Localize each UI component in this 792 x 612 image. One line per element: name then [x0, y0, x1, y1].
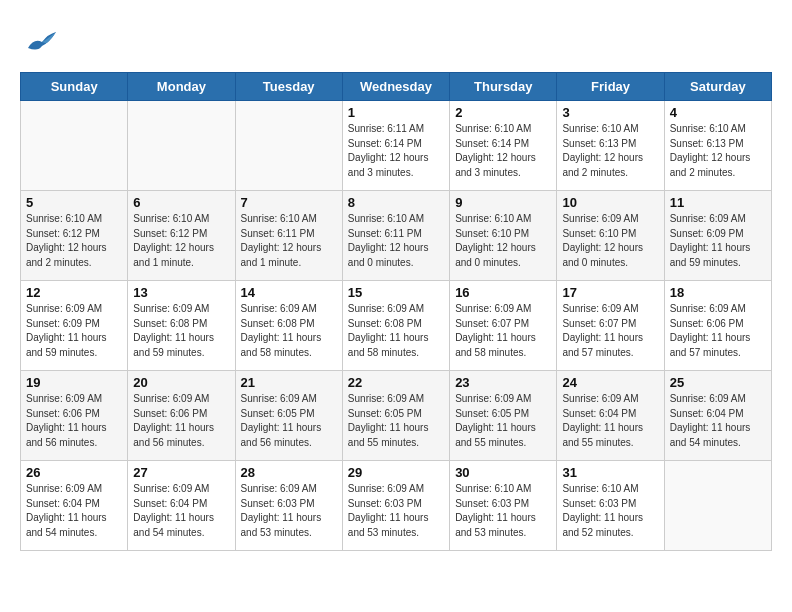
- day-number: 4: [670, 105, 766, 120]
- day-number: 25: [670, 375, 766, 390]
- calendar-cell: 17Sunrise: 6:09 AM Sunset: 6:07 PM Dayli…: [557, 281, 664, 371]
- calendar-table: SundayMondayTuesdayWednesdayThursdayFrid…: [20, 72, 772, 551]
- day-info: Sunrise: 6:09 AM Sunset: 6:08 PM Dayligh…: [241, 302, 337, 360]
- logo: [20, 20, 66, 62]
- weekday-header-wednesday: Wednesday: [342, 73, 449, 101]
- day-info: Sunrise: 6:09 AM Sunset: 6:10 PM Dayligh…: [562, 212, 658, 270]
- day-number: 29: [348, 465, 444, 480]
- day-info: Sunrise: 6:09 AM Sunset: 6:05 PM Dayligh…: [348, 392, 444, 450]
- day-number: 20: [133, 375, 229, 390]
- day-number: 27: [133, 465, 229, 480]
- day-number: 3: [562, 105, 658, 120]
- day-info: Sunrise: 6:09 AM Sunset: 6:06 PM Dayligh…: [670, 302, 766, 360]
- weekday-header-saturday: Saturday: [664, 73, 771, 101]
- day-number: 5: [26, 195, 122, 210]
- calendar-cell: 19Sunrise: 6:09 AM Sunset: 6:06 PM Dayli…: [21, 371, 128, 461]
- day-info: Sunrise: 6:10 AM Sunset: 6:12 PM Dayligh…: [133, 212, 229, 270]
- day-info: Sunrise: 6:09 AM Sunset: 6:09 PM Dayligh…: [670, 212, 766, 270]
- day-number: 17: [562, 285, 658, 300]
- day-info: Sunrise: 6:09 AM Sunset: 6:06 PM Dayligh…: [133, 392, 229, 450]
- day-info: Sunrise: 6:09 AM Sunset: 6:03 PM Dayligh…: [241, 482, 337, 540]
- calendar-week-row: 19Sunrise: 6:09 AM Sunset: 6:06 PM Dayli…: [21, 371, 772, 461]
- day-info: Sunrise: 6:09 AM Sunset: 6:05 PM Dayligh…: [241, 392, 337, 450]
- day-number: 18: [670, 285, 766, 300]
- day-info: Sunrise: 6:10 AM Sunset: 6:11 PM Dayligh…: [241, 212, 337, 270]
- day-number: 12: [26, 285, 122, 300]
- calendar-cell: 15Sunrise: 6:09 AM Sunset: 6:08 PM Dayli…: [342, 281, 449, 371]
- calendar-cell: 24Sunrise: 6:09 AM Sunset: 6:04 PM Dayli…: [557, 371, 664, 461]
- weekday-header-monday: Monday: [128, 73, 235, 101]
- calendar-week-row: 1Sunrise: 6:11 AM Sunset: 6:14 PM Daylig…: [21, 101, 772, 191]
- calendar-cell: 11Sunrise: 6:09 AM Sunset: 6:09 PM Dayli…: [664, 191, 771, 281]
- day-number: 26: [26, 465, 122, 480]
- day-info: Sunrise: 6:09 AM Sunset: 6:07 PM Dayligh…: [455, 302, 551, 360]
- day-number: 1: [348, 105, 444, 120]
- calendar-cell: 10Sunrise: 6:09 AM Sunset: 6:10 PM Dayli…: [557, 191, 664, 281]
- calendar-cell: 31Sunrise: 6:10 AM Sunset: 6:03 PM Dayli…: [557, 461, 664, 551]
- calendar-cell: 8Sunrise: 6:10 AM Sunset: 6:11 PM Daylig…: [342, 191, 449, 281]
- day-info: Sunrise: 6:09 AM Sunset: 6:08 PM Dayligh…: [133, 302, 229, 360]
- calendar-cell: [664, 461, 771, 551]
- calendar-cell: 25Sunrise: 6:09 AM Sunset: 6:04 PM Dayli…: [664, 371, 771, 461]
- day-number: 31: [562, 465, 658, 480]
- day-info: Sunrise: 6:10 AM Sunset: 6:12 PM Dayligh…: [26, 212, 122, 270]
- calendar-cell: 27Sunrise: 6:09 AM Sunset: 6:04 PM Dayli…: [128, 461, 235, 551]
- calendar-cell: 5Sunrise: 6:10 AM Sunset: 6:12 PM Daylig…: [21, 191, 128, 281]
- weekday-header-thursday: Thursday: [450, 73, 557, 101]
- day-info: Sunrise: 6:10 AM Sunset: 6:13 PM Dayligh…: [670, 122, 766, 180]
- calendar-cell: 7Sunrise: 6:10 AM Sunset: 6:11 PM Daylig…: [235, 191, 342, 281]
- calendar-cell: 20Sunrise: 6:09 AM Sunset: 6:06 PM Dayli…: [128, 371, 235, 461]
- logo-icon: [20, 20, 62, 62]
- day-number: 8: [348, 195, 444, 210]
- calendar-header: SundayMondayTuesdayWednesdayThursdayFrid…: [21, 73, 772, 101]
- day-number: 7: [241, 195, 337, 210]
- day-info: Sunrise: 6:11 AM Sunset: 6:14 PM Dayligh…: [348, 122, 444, 180]
- calendar-cell: 13Sunrise: 6:09 AM Sunset: 6:08 PM Dayli…: [128, 281, 235, 371]
- calendar-cell: 29Sunrise: 6:09 AM Sunset: 6:03 PM Dayli…: [342, 461, 449, 551]
- day-info: Sunrise: 6:09 AM Sunset: 6:04 PM Dayligh…: [26, 482, 122, 540]
- day-info: Sunrise: 6:09 AM Sunset: 6:07 PM Dayligh…: [562, 302, 658, 360]
- calendar-cell: 22Sunrise: 6:09 AM Sunset: 6:05 PM Dayli…: [342, 371, 449, 461]
- day-number: 19: [26, 375, 122, 390]
- day-number: 14: [241, 285, 337, 300]
- calendar-body: 1Sunrise: 6:11 AM Sunset: 6:14 PM Daylig…: [21, 101, 772, 551]
- calendar-cell: 1Sunrise: 6:11 AM Sunset: 6:14 PM Daylig…: [342, 101, 449, 191]
- day-number: 24: [562, 375, 658, 390]
- day-info: Sunrise: 6:09 AM Sunset: 6:06 PM Dayligh…: [26, 392, 122, 450]
- calendar-cell: 14Sunrise: 6:09 AM Sunset: 6:08 PM Dayli…: [235, 281, 342, 371]
- day-info: Sunrise: 6:09 AM Sunset: 6:04 PM Dayligh…: [670, 392, 766, 450]
- day-number: 6: [133, 195, 229, 210]
- day-number: 15: [348, 285, 444, 300]
- day-number: 22: [348, 375, 444, 390]
- day-info: Sunrise: 6:10 AM Sunset: 6:03 PM Dayligh…: [455, 482, 551, 540]
- weekday-header-sunday: Sunday: [21, 73, 128, 101]
- calendar-cell: 26Sunrise: 6:09 AM Sunset: 6:04 PM Dayli…: [21, 461, 128, 551]
- day-info: Sunrise: 6:10 AM Sunset: 6:13 PM Dayligh…: [562, 122, 658, 180]
- day-number: 9: [455, 195, 551, 210]
- calendar-cell: 9Sunrise: 6:10 AM Sunset: 6:10 PM Daylig…: [450, 191, 557, 281]
- calendar-cell: 16Sunrise: 6:09 AM Sunset: 6:07 PM Dayli…: [450, 281, 557, 371]
- day-number: 11: [670, 195, 766, 210]
- day-info: Sunrise: 6:09 AM Sunset: 6:08 PM Dayligh…: [348, 302, 444, 360]
- day-info: Sunrise: 6:10 AM Sunset: 6:14 PM Dayligh…: [455, 122, 551, 180]
- calendar-cell: 4Sunrise: 6:10 AM Sunset: 6:13 PM Daylig…: [664, 101, 771, 191]
- day-number: 30: [455, 465, 551, 480]
- day-info: Sunrise: 6:10 AM Sunset: 6:03 PM Dayligh…: [562, 482, 658, 540]
- calendar-cell: 18Sunrise: 6:09 AM Sunset: 6:06 PM Dayli…: [664, 281, 771, 371]
- calendar-cell: 21Sunrise: 6:09 AM Sunset: 6:05 PM Dayli…: [235, 371, 342, 461]
- day-number: 16: [455, 285, 551, 300]
- calendar-week-row: 26Sunrise: 6:09 AM Sunset: 6:04 PM Dayli…: [21, 461, 772, 551]
- day-number: 2: [455, 105, 551, 120]
- calendar-cell: 3Sunrise: 6:10 AM Sunset: 6:13 PM Daylig…: [557, 101, 664, 191]
- calendar-week-row: 5Sunrise: 6:10 AM Sunset: 6:12 PM Daylig…: [21, 191, 772, 281]
- day-number: 10: [562, 195, 658, 210]
- day-info: Sunrise: 6:09 AM Sunset: 6:04 PM Dayligh…: [562, 392, 658, 450]
- day-number: 13: [133, 285, 229, 300]
- calendar-cell: 28Sunrise: 6:09 AM Sunset: 6:03 PM Dayli…: [235, 461, 342, 551]
- day-number: 21: [241, 375, 337, 390]
- page-header: [20, 20, 772, 62]
- day-info: Sunrise: 6:10 AM Sunset: 6:11 PM Dayligh…: [348, 212, 444, 270]
- calendar-cell: [21, 101, 128, 191]
- day-info: Sunrise: 6:10 AM Sunset: 6:10 PM Dayligh…: [455, 212, 551, 270]
- weekday-header-row: SundayMondayTuesdayWednesdayThursdayFrid…: [21, 73, 772, 101]
